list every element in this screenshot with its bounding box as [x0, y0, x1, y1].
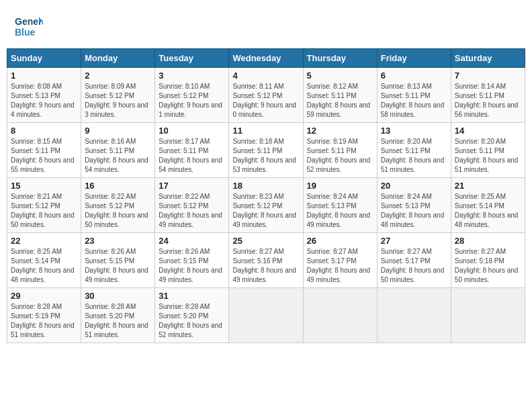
day-number: 2 — [85, 71, 151, 81]
calendar-cell: 15Sunrise: 8:21 AM Sunset: 5:12 PM Dayli… — [7, 178, 81, 233]
calendar-cell: 7Sunrise: 8:14 AM Sunset: 5:11 PM Daylig… — [451, 68, 525, 123]
logo-icon: General Blue — [13, 10, 43, 40]
day-number: 4 — [232, 71, 299, 81]
calendar-cell: 17Sunrise: 8:22 AM Sunset: 5:12 PM Dayli… — [155, 178, 229, 233]
calendar-cell: 11Sunrise: 8:18 AM Sunset: 5:11 PM Dayli… — [229, 123, 303, 178]
weekday-header-friday: Friday — [377, 49, 451, 68]
calendar-cell: 4Sunrise: 8:11 AM Sunset: 5:12 PM Daylig… — [229, 68, 303, 123]
calendar-cell — [303, 288, 377, 343]
calendar-body: 1Sunrise: 8:08 AM Sunset: 5:13 PM Daylig… — [7, 68, 525, 343]
logo: General Blue — [13, 10, 46, 40]
day-number: 5 — [307, 71, 373, 81]
day-info: Sunrise: 8:13 AM Sunset: 5:11 PM Dayligh… — [381, 82, 447, 120]
day-info: Sunrise: 8:22 AM Sunset: 5:12 PM Dayligh… — [159, 192, 225, 230]
day-number: 17 — [159, 181, 225, 191]
calendar-cell: 10Sunrise: 8:17 AM Sunset: 5:11 PM Dayli… — [155, 123, 229, 178]
day-info: Sunrise: 8:28 AM Sunset: 5:20 PM Dayligh… — [85, 302, 151, 340]
calendar-cell: 20Sunrise: 8:24 AM Sunset: 5:13 PM Dayli… — [377, 178, 451, 233]
calendar-cell: 25Sunrise: 8:27 AM Sunset: 5:16 PM Dayli… — [229, 233, 303, 288]
day-number: 1 — [11, 71, 77, 81]
weekday-header-wednesday: Wednesday — [229, 49, 303, 68]
calendar-cell: 19Sunrise: 8:24 AM Sunset: 5:13 PM Dayli… — [303, 178, 377, 233]
day-number: 13 — [381, 126, 447, 136]
day-info: Sunrise: 8:25 AM Sunset: 5:14 PM Dayligh… — [11, 247, 77, 285]
day-number: 27 — [381, 236, 447, 246]
day-info: Sunrise: 8:12 AM Sunset: 5:11 PM Dayligh… — [307, 82, 373, 120]
calendar-cell: 26Sunrise: 8:27 AM Sunset: 5:17 PM Dayli… — [303, 233, 377, 288]
day-info: Sunrise: 8:20 AM Sunset: 5:11 PM Dayligh… — [455, 137, 521, 175]
svg-text:Blue: Blue — [15, 27, 36, 38]
day-info: Sunrise: 8:16 AM Sunset: 5:11 PM Dayligh… — [85, 137, 151, 175]
calendar-cell: 28Sunrise: 8:27 AM Sunset: 5:18 PM Dayli… — [451, 233, 525, 288]
calendar-week-5: 29Sunrise: 8:28 AM Sunset: 5:19 PM Dayli… — [7, 288, 525, 343]
day-info: Sunrise: 8:20 AM Sunset: 5:11 PM Dayligh… — [381, 137, 447, 175]
calendar-cell: 29Sunrise: 8:28 AM Sunset: 5:19 PM Dayli… — [7, 288, 81, 343]
calendar-cell: 1Sunrise: 8:08 AM Sunset: 5:13 PM Daylig… — [7, 68, 81, 123]
calendar-cell: 31Sunrise: 8:28 AM Sunset: 5:20 PM Dayli… — [155, 288, 229, 343]
day-number: 7 — [455, 71, 521, 81]
day-info: Sunrise: 8:17 AM Sunset: 5:11 PM Dayligh… — [159, 137, 225, 175]
day-number: 20 — [381, 181, 447, 191]
day-number: 14 — [455, 126, 521, 136]
day-info: Sunrise: 8:24 AM Sunset: 5:13 PM Dayligh… — [381, 192, 447, 230]
day-number: 18 — [232, 181, 299, 191]
day-info: Sunrise: 8:22 AM Sunset: 5:12 PM Dayligh… — [85, 192, 151, 230]
day-info: Sunrise: 8:18 AM Sunset: 5:11 PM Dayligh… — [232, 137, 299, 175]
day-number: 26 — [307, 236, 373, 246]
calendar-cell: 8Sunrise: 8:15 AM Sunset: 5:11 PM Daylig… — [7, 123, 81, 178]
day-number: 8 — [11, 126, 77, 136]
page-header: General Blue — [7, 7, 525, 43]
weekday-row: SundayMondayTuesdayWednesdayThursdayFrid… — [7, 49, 525, 68]
day-number: 21 — [455, 181, 521, 191]
day-info: Sunrise: 8:24 AM Sunset: 5:13 PM Dayligh… — [307, 192, 373, 230]
day-number: 3 — [159, 71, 225, 81]
calendar-cell: 14Sunrise: 8:20 AM Sunset: 5:11 PM Dayli… — [451, 123, 525, 178]
day-number: 31 — [159, 291, 225, 301]
day-info: Sunrise: 8:23 AM Sunset: 5:12 PM Dayligh… — [232, 192, 299, 230]
day-info: Sunrise: 8:15 AM Sunset: 5:11 PM Dayligh… — [11, 137, 77, 175]
calendar-cell: 6Sunrise: 8:13 AM Sunset: 5:11 PM Daylig… — [377, 68, 451, 123]
day-number: 28 — [455, 236, 521, 246]
calendar-cell: 9Sunrise: 8:16 AM Sunset: 5:11 PM Daylig… — [81, 123, 155, 178]
day-number: 16 — [85, 181, 151, 191]
calendar-week-2: 8Sunrise: 8:15 AM Sunset: 5:11 PM Daylig… — [7, 123, 525, 178]
calendar-week-3: 15Sunrise: 8:21 AM Sunset: 5:12 PM Dayli… — [7, 178, 525, 233]
day-info: Sunrise: 8:10 AM Sunset: 5:12 PM Dayligh… — [159, 82, 225, 120]
calendar-header: SundayMondayTuesdayWednesdayThursdayFrid… — [7, 49, 525, 68]
calendar-table: SundayMondayTuesdayWednesdayThursdayFrid… — [7, 48, 525, 343]
day-info: Sunrise: 8:28 AM Sunset: 5:19 PM Dayligh… — [11, 302, 77, 340]
day-number: 19 — [307, 181, 373, 191]
day-number: 25 — [232, 236, 299, 246]
weekday-header-sunday: Sunday — [7, 49, 81, 68]
weekday-header-tuesday: Tuesday — [155, 49, 229, 68]
svg-text:General: General — [15, 16, 43, 27]
day-info: Sunrise: 8:27 AM Sunset: 5:17 PM Dayligh… — [307, 247, 373, 285]
day-number: 9 — [85, 126, 151, 136]
calendar-week-4: 22Sunrise: 8:25 AM Sunset: 5:14 PM Dayli… — [7, 233, 525, 288]
calendar-cell: 24Sunrise: 8:26 AM Sunset: 5:15 PM Dayli… — [155, 233, 229, 288]
calendar-cell — [451, 288, 525, 343]
calendar-cell: 23Sunrise: 8:26 AM Sunset: 5:15 PM Dayli… — [81, 233, 155, 288]
day-info: Sunrise: 8:27 AM Sunset: 5:17 PM Dayligh… — [381, 247, 447, 285]
calendar-cell — [229, 288, 303, 343]
calendar-cell: 5Sunrise: 8:12 AM Sunset: 5:11 PM Daylig… — [303, 68, 377, 123]
calendar-cell: 21Sunrise: 8:25 AM Sunset: 5:14 PM Dayli… — [451, 178, 525, 233]
calendar-cell: 27Sunrise: 8:27 AM Sunset: 5:17 PM Dayli… — [377, 233, 451, 288]
calendar-week-1: 1Sunrise: 8:08 AM Sunset: 5:13 PM Daylig… — [7, 68, 525, 123]
calendar-cell: 30Sunrise: 8:28 AM Sunset: 5:20 PM Dayli… — [81, 288, 155, 343]
weekday-header-thursday: Thursday — [303, 49, 377, 68]
weekday-header-monday: Monday — [81, 49, 155, 68]
day-info: Sunrise: 8:28 AM Sunset: 5:20 PM Dayligh… — [159, 302, 225, 340]
day-info: Sunrise: 8:25 AM Sunset: 5:14 PM Dayligh… — [455, 192, 521, 230]
calendar-cell: 3Sunrise: 8:10 AM Sunset: 5:12 PM Daylig… — [155, 68, 229, 123]
day-number: 22 — [11, 236, 77, 246]
day-number: 23 — [85, 236, 151, 246]
calendar-cell: 22Sunrise: 8:25 AM Sunset: 5:14 PM Dayli… — [7, 233, 81, 288]
day-info: Sunrise: 8:26 AM Sunset: 5:15 PM Dayligh… — [85, 247, 151, 285]
day-number: 29 — [11, 291, 77, 301]
day-info: Sunrise: 8:11 AM Sunset: 5:12 PM Dayligh… — [232, 82, 299, 120]
day-info: Sunrise: 8:27 AM Sunset: 5:18 PM Dayligh… — [455, 247, 521, 285]
calendar-cell: 18Sunrise: 8:23 AM Sunset: 5:12 PM Dayli… — [229, 178, 303, 233]
day-info: Sunrise: 8:09 AM Sunset: 5:12 PM Dayligh… — [85, 82, 151, 120]
day-info: Sunrise: 8:19 AM Sunset: 5:11 PM Dayligh… — [307, 137, 373, 175]
